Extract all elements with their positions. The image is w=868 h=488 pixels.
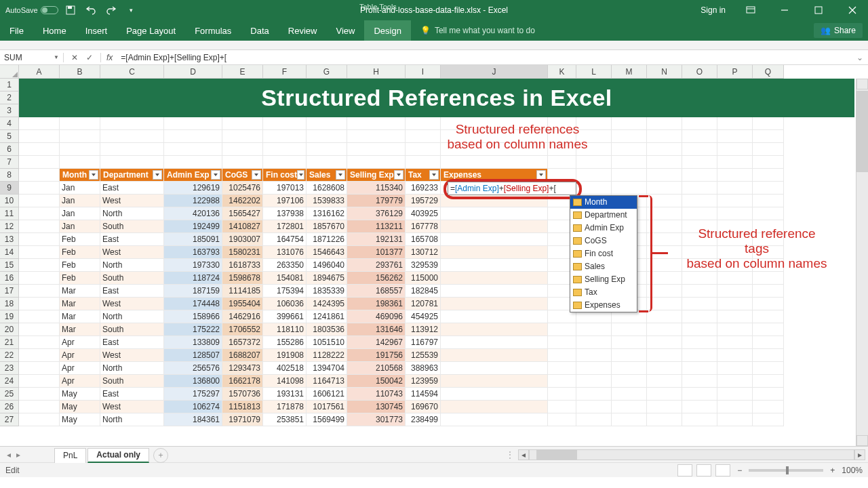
cell[interactable]: May bbox=[60, 413, 100, 426]
cell[interactable] bbox=[576, 169, 612, 182]
cell[interactable] bbox=[100, 130, 164, 143]
cell[interactable]: Feb bbox=[60, 233, 100, 246]
cell[interactable] bbox=[682, 272, 717, 285]
cell[interactable]: 1025476 bbox=[222, 182, 263, 195]
cell[interactable]: 106036 bbox=[263, 298, 307, 310]
cell[interactable] bbox=[682, 375, 717, 388]
cell[interactable]: Mar bbox=[60, 323, 100, 336]
cell[interactable] bbox=[19, 323, 60, 336]
col-header-D[interactable]: D bbox=[164, 65, 222, 79]
cell[interactable]: Feb bbox=[60, 246, 100, 259]
cell[interactable]: 210568 bbox=[347, 362, 406, 375]
tab-nav-next-icon[interactable]: ▸ bbox=[16, 450, 20, 460]
cell[interactable] bbox=[307, 130, 347, 143]
tab-formulas[interactable]: Formulas bbox=[185, 20, 241, 41]
cell[interactable] bbox=[441, 375, 548, 388]
cell[interactable]: 388963 bbox=[406, 362, 441, 375]
cell[interactable]: 169670 bbox=[406, 401, 441, 413]
col-header-P[interactable]: P bbox=[717, 65, 753, 79]
cell[interactable] bbox=[753, 220, 784, 233]
cell[interactable] bbox=[647, 156, 682, 169]
tab-nav-prev-icon[interactable]: ◂ bbox=[7, 450, 11, 460]
cell[interactable]: 141098 bbox=[263, 375, 307, 388]
cell[interactable]: 1546643 bbox=[307, 246, 347, 259]
autocomplete-item[interactable]: CoGS bbox=[570, 235, 637, 247]
cell[interactable] bbox=[60, 117, 100, 130]
cell[interactable] bbox=[548, 169, 576, 182]
col-header-J[interactable]: J bbox=[441, 65, 548, 79]
cell[interactable]: 120781 bbox=[406, 298, 441, 310]
cell[interactable] bbox=[682, 388, 717, 401]
cell[interactable]: 402518 bbox=[263, 362, 307, 375]
cell[interactable]: 185091 bbox=[164, 233, 222, 246]
cell[interactable]: 1017561 bbox=[307, 401, 347, 413]
cell[interactable]: 130712 bbox=[406, 246, 441, 259]
autosave-toggle[interactable]: AutoSave bbox=[5, 6, 58, 14]
cell[interactable]: Apr bbox=[60, 375, 100, 388]
row-header-12[interactable]: 12 bbox=[0, 220, 19, 233]
zoom-in-icon[interactable]: + bbox=[827, 466, 837, 475]
cell[interactable]: 1164713 bbox=[307, 375, 347, 388]
cell[interactable] bbox=[682, 336, 717, 349]
cell[interactable] bbox=[19, 310, 60, 323]
cell[interactable]: 1657372 bbox=[222, 336, 263, 349]
cell[interactable] bbox=[647, 272, 682, 285]
table-header-department[interactable]: Department bbox=[100, 169, 164, 182]
cell[interactable]: 131646 bbox=[347, 323, 406, 336]
row-header-7[interactable]: 7 bbox=[0, 156, 19, 169]
cell[interactable] bbox=[548, 130, 576, 143]
row-header-20[interactable]: 20 bbox=[0, 323, 19, 336]
cell[interactable] bbox=[548, 117, 576, 130]
filter-dropdown-icon[interactable] bbox=[429, 170, 439, 180]
autocomplete-item[interactable]: Selling Exp bbox=[570, 273, 637, 286]
table-header-month[interactable]: Month bbox=[60, 169, 100, 182]
expand-formula-bar-icon[interactable]: ⌄ bbox=[852, 53, 868, 62]
table-header-tax[interactable]: Tax bbox=[406, 169, 441, 182]
cancel-formula-icon[interactable]: ✕ bbox=[68, 53, 81, 62]
cell[interactable] bbox=[441, 401, 548, 413]
cell[interactable] bbox=[222, 143, 263, 156]
cell[interactable] bbox=[682, 207, 717, 220]
cell[interactable] bbox=[682, 349, 717, 362]
cell[interactable]: 136800 bbox=[164, 375, 222, 388]
cell[interactable] bbox=[647, 285, 682, 298]
cell[interactable]: 133809 bbox=[164, 336, 222, 349]
cell[interactable] bbox=[19, 298, 60, 310]
cell[interactable] bbox=[717, 375, 753, 388]
cell[interactable] bbox=[612, 375, 647, 388]
cell[interactable] bbox=[100, 156, 164, 169]
cell[interactable] bbox=[753, 182, 784, 195]
cell[interactable] bbox=[647, 375, 682, 388]
cell[interactable] bbox=[60, 143, 100, 156]
filter-dropdown-icon[interactable] bbox=[336, 170, 345, 180]
cell[interactable]: 420136 bbox=[164, 207, 222, 220]
view-page-break-icon[interactable] bbox=[715, 464, 730, 476]
table-header-cogs[interactable]: CoGS bbox=[222, 169, 263, 182]
cell[interactable]: Jan bbox=[60, 182, 100, 195]
cell[interactable] bbox=[682, 298, 717, 310]
formula-input[interactable]: =[Admin Exp]+[Selling Exp]+[ bbox=[118, 53, 852, 62]
cell[interactable] bbox=[19, 272, 60, 285]
filter-dropdown-icon[interactable] bbox=[297, 170, 304, 180]
cell[interactable]: North bbox=[100, 413, 164, 426]
cell[interactable] bbox=[612, 182, 647, 195]
cell[interactable] bbox=[441, 272, 548, 285]
cell[interactable] bbox=[753, 169, 784, 182]
row-header-3[interactable]: 3 bbox=[0, 104, 19, 117]
sheet-tab-pnl[interactable]: PnL bbox=[54, 448, 86, 463]
cell[interactable] bbox=[19, 413, 60, 426]
cell[interactable] bbox=[753, 349, 784, 362]
cell[interactable] bbox=[717, 220, 753, 233]
cell[interactable] bbox=[19, 233, 60, 246]
cell[interactable]: 1662178 bbox=[222, 375, 263, 388]
col-header-L[interactable]: L bbox=[576, 65, 612, 79]
scroll-down-icon[interactable] bbox=[856, 435, 868, 446]
cell[interactable] bbox=[60, 156, 100, 169]
table-header-selling-exp[interactable]: Selling Exp bbox=[347, 169, 406, 182]
cell[interactable] bbox=[19, 259, 60, 272]
cell[interactable]: West bbox=[100, 349, 164, 362]
cell[interactable] bbox=[347, 130, 406, 143]
cell[interactable]: 150042 bbox=[347, 375, 406, 388]
cell[interactable]: 122988 bbox=[164, 195, 222, 207]
cell[interactable]: 113211 bbox=[347, 220, 406, 233]
